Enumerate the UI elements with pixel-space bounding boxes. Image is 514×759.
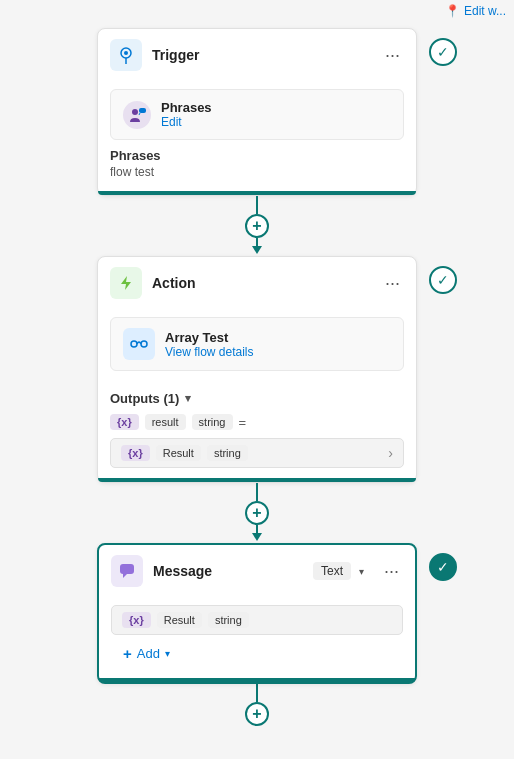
result-var-badge: {x} (121, 445, 150, 461)
add-step-btn-2[interactable]: + (245, 501, 269, 525)
bottom-connector: + (245, 684, 269, 726)
result-var-badge-text: {x} (128, 447, 143, 459)
message-check: ✓ (429, 553, 457, 581)
msg-result-label: Result (157, 612, 202, 628)
svg-point-7 (141, 341, 147, 347)
add-label: Add (137, 646, 160, 661)
message-title: Message (153, 563, 303, 579)
action-body: Array Test View flow details (98, 309, 416, 383)
trigger-label-section: Phrases flow test (110, 148, 404, 179)
person-speech-icon (127, 105, 147, 125)
result-name-tag: result (145, 414, 186, 430)
outputs-chevron-icon: ▾ (185, 392, 191, 405)
action-array-item: Array Test View flow details (110, 317, 404, 371)
msg-icon-wrap (111, 555, 143, 587)
result-type-tag: string (207, 445, 248, 461)
msg-result-var-badge-text: {x} (129, 614, 144, 626)
svg-point-2 (132, 109, 138, 115)
equals-sign: = (239, 415, 247, 430)
var-badge-1-text: {x} (117, 416, 132, 428)
action-title: Action (152, 275, 371, 291)
action-check: ✓ (429, 266, 457, 294)
trigger-icon-wrap (110, 39, 142, 71)
phrases-icon (123, 101, 151, 129)
output-row: {x} result string = (98, 410, 416, 434)
svg-line-4 (139, 113, 140, 115)
msg-result-var-badge: {x} (122, 612, 151, 628)
message-card: Message Text ▾ ··· {x} Result string (97, 543, 417, 684)
connector-1: + (245, 196, 269, 256)
msg-result-type: string (208, 612, 249, 628)
message-menu[interactable]: ··· (380, 559, 403, 584)
action-card: Action ··· A (97, 256, 417, 483)
phrases-name: Phrases (161, 100, 212, 115)
trigger-sublabel: flow test (110, 165, 404, 179)
edit-bar: 📍 Edit w... (437, 0, 514, 22)
trigger-label: Phrases (110, 148, 404, 163)
connector-2: + (245, 483, 269, 543)
add-button[interactable]: + Add ▾ (123, 645, 391, 662)
trigger-header: Trigger ··· (98, 29, 416, 81)
pin-icon: 📍 (445, 4, 460, 18)
action-header: Action ··· (98, 257, 416, 309)
message-bottom-bar (99, 678, 415, 682)
connector-arrow-1 (252, 246, 262, 254)
message-header: Message Text ▾ ··· (99, 545, 415, 597)
add-chevron-icon: ▾ (165, 648, 170, 659)
trigger-menu[interactable]: ··· (381, 43, 404, 68)
array-icon-wrap (123, 328, 155, 360)
result-row[interactable]: {x} Result string › (110, 438, 404, 468)
bottom-line (256, 684, 258, 702)
svg-rect-3 (139, 108, 146, 113)
type-chevron-icon[interactable]: ▾ (359, 566, 364, 577)
svg-point-6 (131, 341, 137, 347)
phrases-content: Phrases Edit (161, 100, 212, 129)
svg-marker-5 (121, 276, 131, 290)
array-content: Array Test View flow details (165, 330, 254, 359)
action-icon-wrap (110, 267, 142, 299)
action-bottom-bar (98, 478, 416, 482)
array-view-link[interactable]: View flow details (165, 345, 254, 359)
phrases-edit-link[interactable]: Edit (161, 115, 212, 129)
message-body: {x} Result string + Add ▾ (99, 597, 415, 678)
connector-arrow-2 (252, 533, 262, 541)
action-icon (117, 274, 135, 292)
svg-rect-8 (120, 564, 134, 574)
trigger-check: ✓ (429, 38, 457, 66)
trigger-title: Trigger (152, 47, 371, 63)
message-type-area: Text ▾ (313, 562, 364, 580)
result-arrow-icon: › (388, 445, 393, 461)
text-type-badge[interactable]: Text (313, 562, 351, 580)
result-label-tag: Result (156, 445, 201, 461)
message-result-row: {x} Result string (111, 605, 403, 635)
add-plus-icon: + (123, 645, 132, 662)
message-icon (118, 562, 136, 580)
trigger-bottom-bar (98, 191, 416, 195)
connector-line-top-1 (256, 196, 258, 214)
outputs-label: Outputs (1) (110, 391, 179, 406)
trigger-icon (117, 46, 135, 64)
trigger-card: Trigger ··· (97, 28, 417, 196)
svg-point-1 (124, 51, 128, 55)
outputs-header[interactable]: Outputs (1) ▾ (98, 383, 416, 410)
array-name: Array Test (165, 330, 254, 345)
add-step-btn-1[interactable]: + (245, 214, 269, 238)
connector-line-top-2 (256, 483, 258, 501)
add-step-btn-3[interactable]: + (245, 702, 269, 726)
string-type-tag-1: string (192, 414, 233, 430)
trigger-body: Phrases Edit Phrases flow test (98, 81, 416, 191)
array-icon (128, 333, 150, 355)
trigger-phrases-item: Phrases Edit (110, 89, 404, 140)
edit-label[interactable]: Edit w... (464, 4, 506, 18)
action-menu[interactable]: ··· (381, 271, 404, 296)
var-badge-1: {x} (110, 414, 139, 430)
